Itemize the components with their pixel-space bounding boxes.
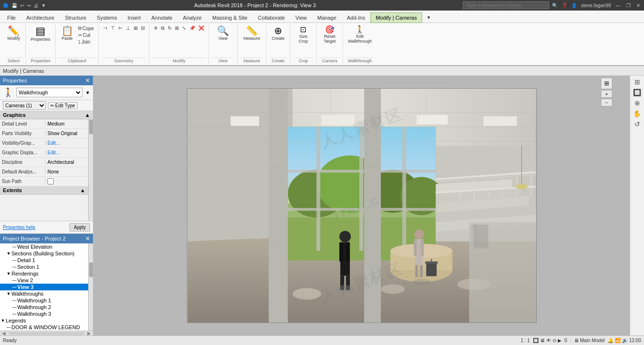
view-controls[interactable]: 🔲 bbox=[632, 87, 643, 98]
project-browser-close-button[interactable]: ✕ bbox=[85, 235, 90, 242]
tab-massing[interactable]: Massing & Site bbox=[207, 12, 253, 23]
cope-button[interactable]: ⧉ Cope bbox=[77, 25, 95, 32]
trim-button[interactable]: ⊞ bbox=[132, 25, 139, 31]
help-icon[interactable]: ❓ bbox=[561, 3, 568, 8]
unpin-button[interactable]: ❌ bbox=[197, 25, 206, 31]
cut-button[interactable]: ✂ Cut bbox=[77, 32, 95, 38]
status-icon-4[interactable]: ⊙ bbox=[552, 338, 556, 343]
status-icon-2[interactable]: 🖥 bbox=[540, 338, 545, 343]
browser-hscroll-track[interactable] bbox=[9, 332, 84, 335]
mirror-button[interactable]: ⊢ bbox=[117, 25, 124, 31]
tab-manage[interactable]: Manage bbox=[312, 12, 342, 23]
zoom-btn[interactable]: ⊕ bbox=[633, 98, 642, 108]
tab-options[interactable]: ▾ bbox=[422, 12, 436, 23]
status-icon-3[interactable]: 👁 bbox=[546, 338, 551, 343]
graphics-section-header[interactable]: Graphics ▲ bbox=[0, 111, 93, 119]
taskbar-icon-3[interactable]: 🔊 bbox=[622, 338, 628, 343]
prop-row-graphic-display[interactable]: Graphic Displa... Edit... bbox=[0, 148, 88, 158]
align-button[interactable]: ⊣ bbox=[102, 25, 109, 31]
tab-systems[interactable]: Systems bbox=[92, 12, 122, 23]
sections-expander[interactable]: ▼ bbox=[6, 251, 12, 256]
tab-annotate[interactable]: Annotate bbox=[146, 12, 178, 23]
edit-type-button[interactable]: ✏ Edit Type bbox=[48, 102, 78, 109]
tab-file[interactable]: File bbox=[2, 12, 21, 23]
move-button[interactable]: ✛ bbox=[152, 25, 159, 31]
restore-button[interactable]: ❐ bbox=[624, 3, 632, 8]
browser-scroll-thumb[interactable] bbox=[89, 263, 93, 277]
legends-expander[interactable]: ▼ bbox=[0, 318, 6, 323]
rotate-button[interactable]: ↻ bbox=[166, 25, 173, 31]
close-button[interactable]: ✕ bbox=[634, 3, 642, 8]
tab-architecture[interactable]: Architecture bbox=[21, 12, 60, 23]
tab-view[interactable]: View bbox=[290, 12, 312, 23]
status-screen[interactable]: 🖥 Main Model bbox=[574, 338, 605, 343]
tree-item-detail1[interactable]: — Detail 1 bbox=[0, 257, 88, 264]
tab-modify-cameras[interactable]: Modify | Cameras bbox=[370, 12, 422, 23]
taskbar-icon-1[interactable]: 🔔 bbox=[608, 338, 613, 343]
tree-item-walkthroughs[interactable]: ▼ Walkthroughs bbox=[0, 290, 88, 297]
tab-analyze[interactable]: Analyze bbox=[178, 12, 207, 23]
resize-button[interactable]: ⊥ bbox=[125, 25, 132, 31]
tab-structure[interactable]: Structure bbox=[59, 12, 92, 23]
instance-select[interactable]: Cameras (1) bbox=[3, 101, 46, 110]
tree-item-west-elevation[interactable]: — West Elevation bbox=[0, 243, 88, 250]
measure-btn[interactable]: 📏 Measure bbox=[242, 25, 262, 42]
tree-item-door-window-legend[interactable]: — DOOR & WINDOW LEGEND bbox=[0, 324, 88, 331]
search-icon[interactable]: 🔍 bbox=[551, 3, 559, 8]
tab-addins[interactable]: Add-Ins bbox=[342, 12, 370, 23]
edit-walkthrough-button[interactable]: 🚶 EditWalkthrough bbox=[346, 25, 374, 45]
browser-horizontal-scroll[interactable]: ◀ ▶ bbox=[0, 331, 93, 335]
extents-collapse-icon[interactable]: ▲ bbox=[80, 187, 85, 193]
tree-item-section1[interactable]: — Section 1 bbox=[0, 264, 88, 270]
rendering-viewport[interactable]: 人人素材区 rrsc.cn 人人素材区 bbox=[187, 88, 537, 323]
walkthroughs-expander[interactable]: ▼ bbox=[6, 291, 12, 296]
taskbar-icon-2[interactable]: 📶 bbox=[615, 338, 621, 343]
split-button[interactable]: ⊟ bbox=[139, 25, 146, 31]
modify-button[interactable]: ✏️ Modify bbox=[5, 25, 23, 42]
renderings-expander[interactable]: ▼ bbox=[6, 271, 12, 276]
quick-access-redo[interactable]: ↪ bbox=[26, 3, 32, 8]
type-select[interactable]: Walkthrough bbox=[16, 88, 82, 97]
quick-access-undo[interactable]: ↩ bbox=[19, 3, 25, 8]
sun-path-checkbox[interactable] bbox=[47, 178, 54, 184]
join-button[interactable]: ⤵ Join bbox=[77, 39, 95, 45]
zoom-in-button[interactable]: + bbox=[601, 90, 612, 98]
status-icon-1[interactable]: 🔲 bbox=[533, 338, 539, 343]
copy-button[interactable]: ⧉ bbox=[160, 25, 166, 32]
tree-item-sections[interactable]: ▼ Sections (Building Section) bbox=[0, 250, 88, 257]
nav-cube[interactable]: ⊞ bbox=[633, 77, 642, 87]
browser-scrollbar[interactable] bbox=[88, 243, 93, 331]
tree-item-walkthrough3[interactable]: — Walkthrough 3 bbox=[0, 310, 88, 317]
tree-item-renderings[interactable]: ▼ Renderings bbox=[0, 270, 88, 277]
offset-button[interactable]: ⊤ bbox=[109, 25, 116, 31]
tree-item-legends[interactable]: ▼ Legends bbox=[0, 317, 88, 324]
tree-item-view3[interactable]: — View 3 bbox=[0, 284, 88, 290]
create-btn[interactable]: ⊕ Create bbox=[269, 25, 287, 42]
quick-access-save[interactable]: 💾 bbox=[11, 3, 18, 8]
scale-button[interactable]: ⤡ bbox=[181, 25, 187, 31]
prop-row-visibility[interactable]: Visibility/Grap... Edit... bbox=[0, 138, 88, 148]
tree-item-walkthrough2[interactable]: — Walkthrough 2 bbox=[0, 304, 88, 310]
reset-target-button[interactable]: 🎯 ResetTarget bbox=[321, 25, 338, 45]
properties-scrollbar[interactable] bbox=[88, 119, 93, 221]
nav-cube-button[interactable]: ⊞ bbox=[601, 78, 612, 89]
search-input[interactable] bbox=[463, 1, 549, 9]
array-button[interactable]: ⊞ bbox=[173, 25, 180, 31]
properties-scroll-thumb[interactable] bbox=[89, 120, 93, 134]
pin-button[interactable]: 📌 bbox=[188, 25, 196, 31]
quick-access-print[interactable]: 🖨 bbox=[33, 3, 39, 8]
tab-collaborate[interactable]: Collaborate bbox=[253, 12, 290, 23]
quick-access-more[interactable]: ▼ bbox=[40, 3, 47, 8]
minimize-button[interactable]: — bbox=[614, 3, 622, 8]
view-btn[interactable]: 🔍 View bbox=[214, 25, 231, 42]
paste-button[interactable]: 📋 Paste bbox=[58, 25, 76, 42]
type-dropdown-arrow[interactable]: ▼ bbox=[85, 90, 90, 95]
orbit-btn[interactable]: ↺ bbox=[633, 119, 642, 129]
apply-button[interactable]: Apply bbox=[69, 223, 90, 231]
properties-close-button[interactable]: ✕ bbox=[85, 77, 90, 84]
status-icon-5[interactable]: ▶ bbox=[558, 338, 562, 343]
properties-help-link[interactable]: Properties help bbox=[3, 225, 35, 230]
properties-button[interactable]: ▤ Properties bbox=[29, 25, 52, 43]
extents-section-header[interactable]: Extents ▲ bbox=[0, 186, 88, 195]
tree-item-view2[interactable]: — View 2 bbox=[0, 277, 88, 284]
